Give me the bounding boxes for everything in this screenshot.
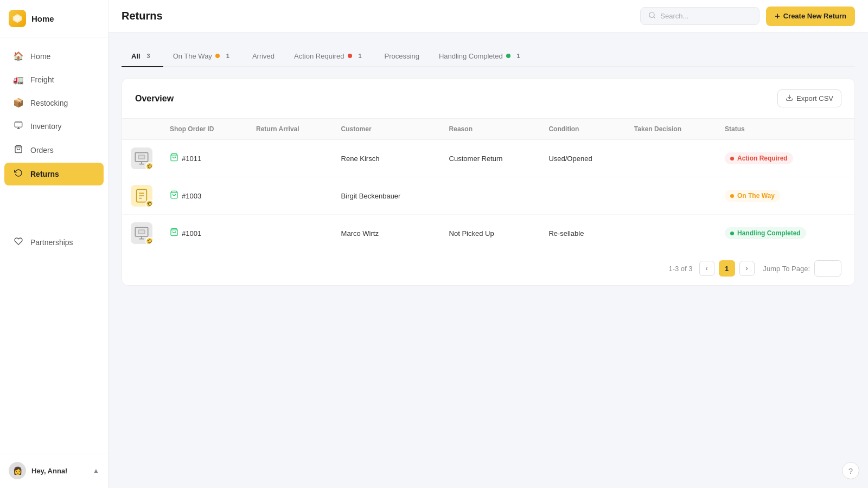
row-order-id: #1011 <box>161 140 247 177</box>
row-order-id: #1001 <box>161 215 247 252</box>
row-customer: Rene Kirsch <box>333 140 441 177</box>
pagination-page-1[interactable]: 1 <box>719 260 735 277</box>
tab-all-count: 3 <box>144 51 154 61</box>
col-customer: Customer <box>333 119 441 140</box>
row-reason <box>441 177 540 215</box>
thumb-status-badge <box>145 237 152 244</box>
create-new-return-button[interactable]: + Create New Return <box>766 7 855 26</box>
row-status: Action Required <box>716 140 854 177</box>
row-arrival <box>247 140 333 177</box>
svg-rect-18 <box>138 230 145 234</box>
tab-action-required-count: 1 <box>355 51 365 61</box>
returns-table: Shop Order ID Return Arrival Customer Re… <box>122 118 854 252</box>
sidebar-item-returns[interactable]: Returns <box>4 163 104 185</box>
row-decision <box>626 215 716 252</box>
sidebar-item-label: Orders <box>30 146 54 155</box>
row-decision <box>626 177 716 215</box>
sidebar-item-label: Restocking <box>30 99 68 107</box>
status-dot-orange <box>730 194 734 198</box>
order-icon <box>170 228 178 239</box>
content-area: All 3 On The Way 1 Arrived Action Requir… <box>108 33 868 488</box>
sidebar-item-label: Home <box>30 52 50 61</box>
user-greeting: Hey, Anna! <box>31 467 87 475</box>
svg-line-7 <box>654 17 655 18</box>
pagination: 1-3 of 3 ‹ 1 › Jump To Page: <box>122 252 854 285</box>
jump-to-page-label: Jump To Page: <box>763 265 810 273</box>
tab-action-required[interactable]: Action Required 1 <box>284 46 375 67</box>
col-thumb <box>122 119 161 140</box>
sidebar-item-restocking[interactable]: 📦 Restocking <box>4 92 104 114</box>
plus-icon: + <box>775 11 780 21</box>
freight-icon: 🚛 <box>13 74 24 85</box>
restocking-icon: 📦 <box>13 98 24 108</box>
order-icon <box>170 153 178 164</box>
avatar: 👩 <box>9 462 26 479</box>
row-thumb-cell <box>122 177 161 215</box>
col-status: Status <box>716 119 854 140</box>
row-thumb-cell <box>122 215 161 252</box>
jump-to-page-input[interactable] <box>814 260 841 277</box>
table-row[interactable]: #1003 Birgit Beckenbauer On The Way <box>122 177 854 215</box>
product-thumbnail <box>131 222 152 244</box>
topbar: Returns + Create New Return <box>108 0 868 33</box>
tab-handling-completed[interactable]: Handling Completed 1 <box>429 46 533 67</box>
sidebar-item-label: Freight <box>30 75 54 84</box>
sidebar-nav: 🏠 Home 🚛 Freight 📦 Restocking Inventory … <box>0 37 108 453</box>
tab-on-the-way[interactable]: On The Way 1 <box>163 46 242 67</box>
sidebar-item-label: Returns <box>30 170 59 178</box>
row-condition: Used/Opened <box>540 140 625 177</box>
pagination-next-button[interactable]: › <box>739 261 755 276</box>
download-icon <box>786 94 793 103</box>
tab-arrived[interactable]: Arrived <box>242 47 284 67</box>
row-reason: Customer Return <box>441 140 540 177</box>
svg-rect-10 <box>138 155 145 159</box>
logo-icon <box>9 10 26 27</box>
order-icon <box>170 190 178 201</box>
pagination-prev-button[interactable]: ‹ <box>699 261 714 276</box>
col-return-arrival: Return Arrival <box>247 119 333 140</box>
card-header: Overview Export CSV <box>122 79 854 118</box>
orders-icon <box>13 145 24 156</box>
tab-all[interactable]: All 3 <box>122 46 163 67</box>
row-decision <box>626 140 716 177</box>
status-badge: Handling Completed <box>725 227 806 239</box>
sidebar-logo[interactable]: Home <box>0 0 108 37</box>
row-order-id: #1003 <box>161 177 247 215</box>
table-row[interactable]: #1011 Rene Kirsch Customer Return Used/O… <box>122 140 854 177</box>
sidebar: Home 🏠 Home 🚛 Freight 📦 Restocking Inven… <box>0 0 108 488</box>
tab-processing[interactable]: Processing <box>375 47 429 67</box>
search-icon <box>648 11 656 21</box>
product-thumbnail <box>131 147 152 169</box>
sidebar-item-inventory[interactable]: Inventory <box>4 115 104 138</box>
logo-label: Home <box>31 14 54 23</box>
export-csv-button[interactable]: Export CSV <box>777 89 841 107</box>
svg-rect-2 <box>15 122 22 127</box>
table-row[interactable]: #1001 Marco Wirtz Not Picked Up Re-sella… <box>122 215 854 252</box>
sidebar-item-label: Partnerships <box>30 238 73 247</box>
row-thumb-cell <box>122 140 161 177</box>
sidebar-item-orders[interactable]: Orders <box>4 139 104 162</box>
col-reason: Reason <box>441 119 540 140</box>
row-arrival <box>247 177 333 215</box>
search-input[interactable] <box>660 12 751 20</box>
sidebar-item-freight[interactable]: 🚛 Freight <box>4 68 104 91</box>
svg-point-6 <box>649 12 654 17</box>
returns-icon <box>13 169 24 179</box>
thumb-status-badge <box>145 200 152 207</box>
search-box[interactable] <box>640 7 760 25</box>
partnerships-icon <box>13 237 24 248</box>
col-order-id: Shop Order ID <box>161 119 247 140</box>
sidebar-item-home[interactable]: 🏠 Home <box>4 45 104 67</box>
sidebar-item-partnerships[interactable]: Partnerships <box>4 231 104 254</box>
tab-on-the-way-count: 1 <box>223 51 233 61</box>
tabs-container: All 3 On The Way 1 Arrived Action Requir… <box>122 46 855 67</box>
user-footer[interactable]: 👩 Hey, Anna! ▲ <box>0 453 108 488</box>
col-condition: Condition <box>540 119 625 140</box>
sidebar-item-label: Inventory <box>30 122 62 131</box>
status-dot-red <box>730 157 734 160</box>
status-badge: On The Way <box>725 190 780 202</box>
status-dot-green <box>730 232 734 235</box>
help-button[interactable]: ? <box>842 462 859 479</box>
table-header-row: Shop Order ID Return Arrival Customer Re… <box>122 119 854 140</box>
inventory-icon <box>13 121 24 132</box>
